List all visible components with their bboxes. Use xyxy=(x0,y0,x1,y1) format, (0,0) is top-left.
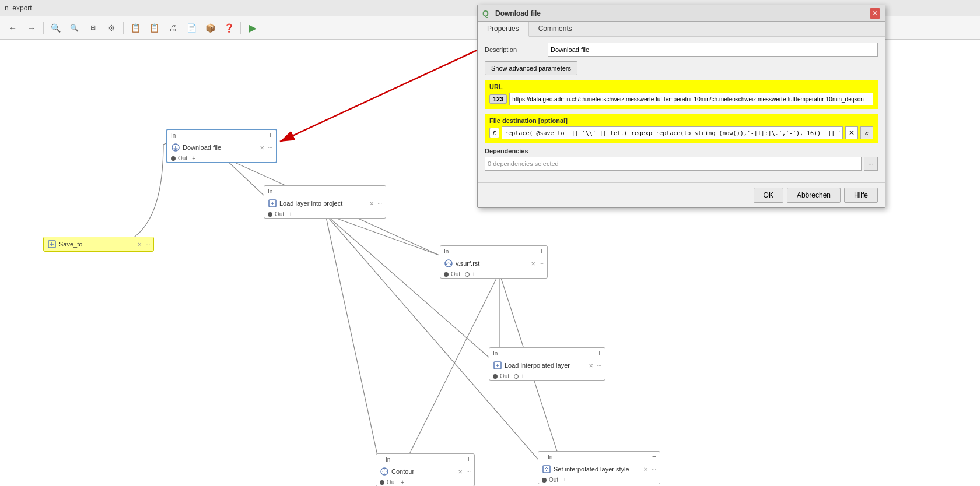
app-title: n_export xyxy=(5,4,32,12)
copy-button[interactable]: 📋 xyxy=(127,20,144,36)
load-interp-out-port2[interactable] xyxy=(514,374,519,379)
file-dest-clear-button[interactable]: ✕ xyxy=(845,126,858,139)
set-style-out-port[interactable] xyxy=(542,478,547,483)
file-dest-input[interactable] xyxy=(502,126,843,139)
paste-button[interactable]: 📋 xyxy=(146,20,162,36)
zoom-out-button[interactable]: 🔍 xyxy=(66,20,82,36)
set-style-out-plus[interactable]: + xyxy=(563,477,566,483)
save-to-node-more[interactable]: ··· xyxy=(145,241,150,247)
separator-2 xyxy=(123,22,124,34)
dependencies-section: Dependencies 0 dependencies selected ··· xyxy=(485,147,878,171)
load-layer-out-plus[interactable]: + xyxy=(289,211,292,217)
download-node-more[interactable]: ··· xyxy=(268,145,272,150)
set-style-node-more[interactable]: ··· xyxy=(652,466,656,472)
help-button[interactable]: Hilfe xyxy=(844,188,878,203)
contour-in-plus[interactable]: + xyxy=(467,455,471,463)
v-surf-in-plus[interactable]: + xyxy=(540,247,544,255)
file-dest-row: ε ✕ ε xyxy=(489,126,873,139)
set-style-out-label: Out xyxy=(549,477,558,483)
description-input[interactable] xyxy=(548,43,878,57)
v-surf-node-more[interactable]: ··· xyxy=(539,260,544,266)
load-layer-node-label: Load layer into project xyxy=(279,200,366,207)
print-button[interactable]: 🖨 xyxy=(164,20,181,36)
node-load-layer[interactable]: In + Load layer into project ✕ ··· Out + xyxy=(264,185,386,219)
export-button[interactable]: 📦 xyxy=(202,20,218,36)
load-interp-out-plus[interactable]: + xyxy=(521,373,524,379)
contour-out-port[interactable] xyxy=(380,480,384,485)
download-out-plus[interactable]: + xyxy=(192,155,195,161)
svg-point-21 xyxy=(381,468,388,475)
v-surf-in-label: In xyxy=(444,248,449,255)
contour-in-label: In xyxy=(380,456,390,463)
v-surf-out-plus[interactable]: + xyxy=(472,271,475,277)
v-surf-node-close[interactable]: ✕ xyxy=(530,260,537,267)
download-in-label: In xyxy=(171,132,176,139)
contour-out-plus[interactable]: + xyxy=(401,479,404,485)
tab-properties[interactable]: Properties xyxy=(478,22,529,37)
deps-row: 0 dependencies selected ··· xyxy=(485,157,878,171)
v-surf-node-label: v.surf.rst xyxy=(456,260,527,267)
node-download-file[interactable]: In + Download file ✕ ··· Out + xyxy=(166,129,277,163)
dialog-title-text: Download file xyxy=(495,9,866,17)
dialog-close-button[interactable]: ✕ xyxy=(870,8,880,19)
dialog-footer: OK Abbrechen Hilfe xyxy=(478,182,885,207)
url-label: URL xyxy=(489,83,873,90)
load-layer-node-more[interactable]: ··· xyxy=(377,200,382,206)
load-layer-in-label: In xyxy=(268,188,272,195)
load-layer-node-icon xyxy=(268,199,277,208)
node-contour[interactable]: In + Contour ✕ ··· Out + xyxy=(376,453,475,486)
zoom-in-button[interactable]: 🔍 xyxy=(47,20,64,36)
save-to-node-close[interactable]: ✕ xyxy=(136,241,143,248)
svg-line-3 xyxy=(326,214,489,357)
redo-button[interactable]: → xyxy=(23,20,40,36)
svg-point-22 xyxy=(383,470,386,473)
contour-node-close[interactable]: ✕ xyxy=(457,468,464,475)
download-node-close[interactable]: ✕ xyxy=(258,144,265,151)
contour-node-more[interactable]: ··· xyxy=(466,469,471,474)
load-interp-node-more[interactable]: ··· xyxy=(597,362,601,368)
download-out-port[interactable] xyxy=(171,156,176,161)
run-button[interactable]: ▶ xyxy=(244,20,261,36)
load-layer-in-plus[interactable]: + xyxy=(378,187,382,195)
save-to-node-icon xyxy=(47,240,57,249)
save-to-node-label: Save_to xyxy=(59,241,134,248)
set-style-node-close[interactable]: ✕ xyxy=(642,466,649,473)
svg-point-17 xyxy=(445,260,452,267)
export-pdf-button[interactable]: 📄 xyxy=(183,20,200,36)
load-interp-out-label: Out xyxy=(500,373,509,379)
v-surf-out-port2[interactable] xyxy=(465,272,470,277)
set-style-node-icon xyxy=(542,464,551,474)
svg-line-7 xyxy=(405,273,499,463)
node-save-to[interactable]: Save_to ✕ ··· xyxy=(43,237,154,252)
node-v-surf-rst[interactable]: In + v.surf.rst ✕ ··· Out + xyxy=(440,245,548,279)
load-interp-out-port[interactable] xyxy=(493,374,498,379)
v-surf-out-port[interactable] xyxy=(444,272,449,277)
contour-out-label: Out xyxy=(387,479,396,485)
show-advanced-params-button[interactable]: Show advanced parameters xyxy=(485,61,578,75)
load-layer-out-port[interactable] xyxy=(268,212,272,217)
ok-button[interactable]: OK xyxy=(754,188,783,203)
set-style-in-plus[interactable]: + xyxy=(652,453,656,461)
cancel-button[interactable]: Abbrechen xyxy=(787,188,841,203)
svg-line-25 xyxy=(280,50,477,142)
deps-browse-button[interactable]: ··· xyxy=(864,157,878,171)
undo-button[interactable]: ← xyxy=(5,20,21,36)
download-file-dialog: Q Download file ✕ Properties Comments De… xyxy=(477,5,886,208)
set-style-node-label: Set interpolated layer style xyxy=(554,466,640,473)
contour-node-label: Contour xyxy=(391,468,454,475)
load-interp-node-close[interactable]: ✕ xyxy=(587,362,594,369)
load-layer-node-close[interactable]: ✕ xyxy=(368,200,375,207)
settings-button[interactable]: ⚙ xyxy=(103,20,120,36)
node-load-interpolated[interactable]: In + Load interpolated layer ✕ ··· Out + xyxy=(489,347,606,381)
file-dest-expr-button[interactable]: ε xyxy=(860,126,873,139)
contour-node-icon xyxy=(380,467,389,476)
download-node-label: Download file xyxy=(183,144,256,151)
fit-button[interactable]: ⊞ xyxy=(85,20,101,36)
node-set-interp-style[interactable]: In + Set interpolated layer style ✕ ··· … xyxy=(538,451,660,484)
load-interp-in-plus[interactable]: + xyxy=(597,349,601,357)
tab-comments[interactable]: Comments xyxy=(529,22,582,36)
help-button[interactable]: ❓ xyxy=(220,20,237,36)
url-input[interactable] xyxy=(509,93,873,105)
description-label: Description xyxy=(485,46,543,53)
download-in-plus[interactable]: + xyxy=(268,131,272,139)
